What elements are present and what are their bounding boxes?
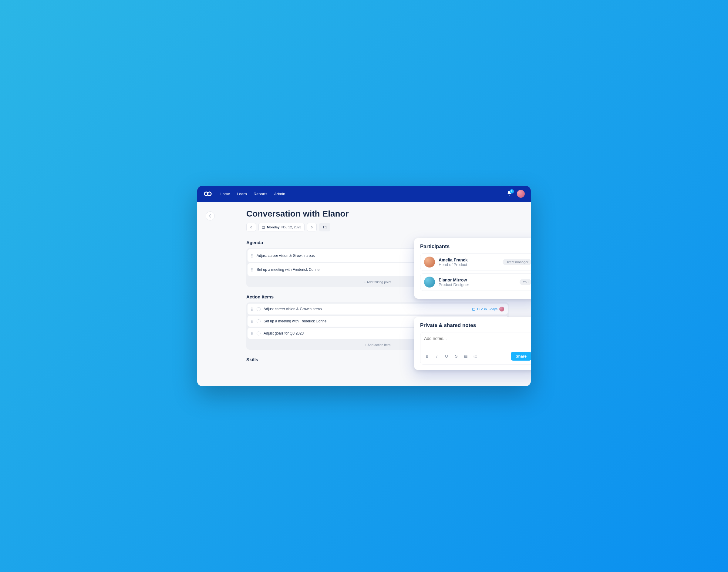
action-item-checkbox[interactable]: [257, 319, 261, 323]
logo-icon: [203, 189, 212, 198]
topbar: Home Learn Reports Admin 2: [197, 186, 531, 202]
svg-point-17: [464, 355, 465, 355]
date-controls: Monday, Nov 12, 2023 1:1: [246, 223, 509, 231]
svg-rect-2: [262, 226, 265, 228]
share-button[interactable]: Share: [511, 352, 531, 361]
main-nav: Home Learn Reports Admin: [220, 192, 285, 196]
nav-learn[interactable]: Learn: [237, 192, 247, 196]
list-bullet-icon: [464, 354, 468, 358]
participants-panel: Participants Amelia Franck Head of Produ…: [414, 238, 531, 299]
drag-handle-icon[interactable]: [251, 254, 253, 258]
nav-admin[interactable]: Admin: [274, 192, 285, 196]
svg-text:3: 3: [474, 356, 475, 358]
date-picker[interactable]: Monday, Nov 12, 2023: [259, 223, 304, 231]
notes-box: B I U S 123 Share: [420, 332, 531, 365]
skills-title: Skills: [246, 357, 258, 362]
assignee-avatar: [499, 307, 504, 311]
participant-tag: Direct manager: [503, 259, 531, 265]
notes-title: Private & shared notes: [420, 323, 531, 329]
notifications-button[interactable]: 2: [507, 191, 512, 197]
participant-name: Elanor Mirrow: [439, 278, 469, 282]
content-area: Conversation with Elanor Monday, Nov 12,…: [197, 202, 531, 386]
strikethrough-button[interactable]: S: [453, 353, 459, 359]
agenda-title: Agenda: [246, 240, 263, 245]
calendar-icon: [472, 307, 475, 311]
svg-rect-20: [465, 356, 467, 356]
svg-rect-28: [475, 357, 477, 357]
topbar-right: 2: [507, 190, 525, 198]
list-numbered-icon: 123: [474, 354, 478, 358]
svg-point-21: [464, 357, 465, 358]
participants-title: Participants: [420, 243, 531, 249]
back-button[interactable]: [206, 211, 215, 220]
meeting-type-chip[interactable]: 1:1: [319, 223, 330, 231]
chevron-right-icon: [310, 226, 313, 229]
date-weekday: Monday: [267, 225, 280, 229]
chevron-left-icon: [250, 226, 253, 229]
drag-handle-icon[interactable]: [251, 307, 253, 311]
notes-toolbar: B I U S 123 Share: [424, 352, 531, 361]
svg-rect-22: [465, 357, 467, 357]
arrow-left-icon: [208, 214, 212, 218]
drag-handle-icon[interactable]: [251, 332, 253, 335]
action-item[interactable]: Adjust career vision & Growth areas Due …: [247, 304, 508, 314]
italic-button[interactable]: I: [434, 353, 440, 359]
drag-handle-icon[interactable]: [251, 320, 253, 323]
participant-row[interactable]: Elanor Mirrow Product Designer You: [420, 273, 531, 291]
action-items-title: Action items: [246, 294, 274, 299]
participant-role: Product Designer: [439, 282, 469, 287]
page-title: Conversation with Elanor: [246, 209, 509, 219]
action-item-checkbox[interactable]: [257, 307, 261, 311]
svg-rect-26: [475, 356, 477, 356]
notifications-badge: 2: [510, 189, 514, 194]
prev-day-button[interactable]: [246, 223, 256, 231]
user-avatar[interactable]: [517, 190, 525, 198]
underline-button[interactable]: U: [443, 353, 449, 359]
participant-row[interactable]: Amelia Franck Head of Product Direct man…: [420, 253, 531, 271]
bullet-list-button[interactable]: [463, 353, 469, 359]
svg-rect-15: [472, 308, 475, 310]
participant-tag: You: [520, 279, 531, 285]
drag-handle-icon[interactable]: [251, 268, 253, 272]
bold-button[interactable]: B: [424, 353, 430, 359]
action-item-checkbox[interactable]: [257, 332, 261, 336]
date-rest: , Nov 12, 2023: [280, 225, 301, 229]
app-window: Home Learn Reports Admin 2 Conversation …: [197, 186, 531, 386]
nav-reports[interactable]: Reports: [253, 192, 268, 196]
participant-role: Head of Product: [439, 262, 468, 267]
next-day-button[interactable]: [307, 223, 317, 231]
calendar-icon: [262, 226, 265, 229]
participant-avatar: [424, 277, 435, 288]
due-label: Due in 3 days: [477, 307, 498, 311]
numbered-list-button[interactable]: 123: [472, 353, 479, 359]
action-item-text: Adjust career vision & Growth areas: [264, 307, 469, 311]
participant-avatar: [424, 257, 435, 268]
svg-point-19: [464, 356, 465, 357]
notes-panel: Private & shared notes B I U S 123 Share: [414, 317, 531, 370]
participant-name: Amelia Franck: [439, 258, 468, 262]
nav-home[interactable]: Home: [220, 192, 230, 196]
notes-input[interactable]: [424, 336, 531, 348]
